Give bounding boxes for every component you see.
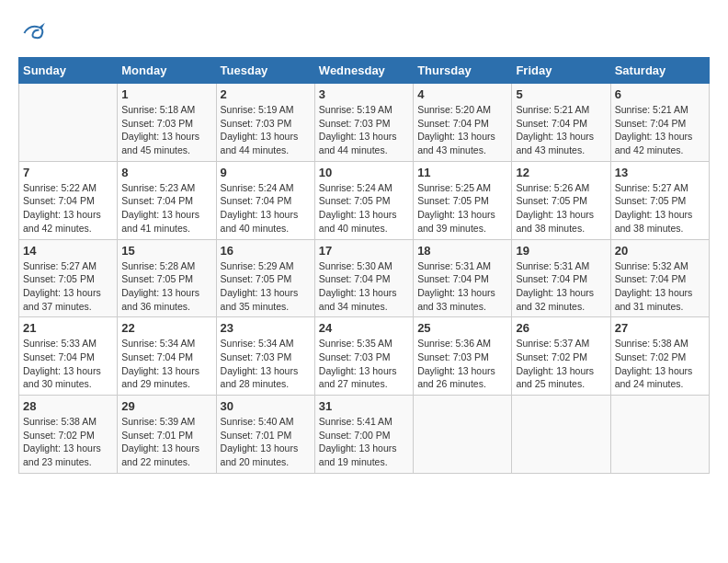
calendar-cell: 10Sunrise: 5:24 AM Sunset: 7:05 PM Dayli… bbox=[314, 161, 413, 239]
calendar-cell: 5Sunrise: 5:21 AM Sunset: 7:04 PM Daylig… bbox=[512, 84, 610, 162]
day-number: 5 bbox=[516, 87, 606, 101]
calendar-week-row: 28Sunrise: 5:38 AM Sunset: 7:02 PM Dayli… bbox=[19, 396, 710, 474]
calendar-cell: 8Sunrise: 5:23 AM Sunset: 7:04 PM Daylig… bbox=[118, 161, 216, 239]
weekday-header-monday: Monday bbox=[118, 58, 216, 84]
calendar-cell: 25Sunrise: 5:36 AM Sunset: 7:03 PM Dayli… bbox=[414, 317, 512, 396]
calendar-cell: 15Sunrise: 5:28 AM Sunset: 7:05 PM Dayli… bbox=[118, 239, 216, 317]
day-info: Sunrise: 5:18 AM Sunset: 7:03 PM Dayligh… bbox=[121, 103, 211, 157]
day-number: 1 bbox=[121, 87, 211, 101]
calendar-cell: 3Sunrise: 5:19 AM Sunset: 7:03 PM Daylig… bbox=[314, 84, 413, 162]
weekday-header-friday: Friday bbox=[512, 58, 610, 84]
calendar-cell: 2Sunrise: 5:19 AM Sunset: 7:03 PM Daylig… bbox=[216, 84, 314, 162]
day-number: 27 bbox=[615, 321, 705, 335]
day-number: 24 bbox=[319, 321, 409, 335]
calendar-cell: 6Sunrise: 5:21 AM Sunset: 7:04 PM Daylig… bbox=[610, 84, 709, 162]
day-info: Sunrise: 5:37 AM Sunset: 7:02 PM Dayligh… bbox=[516, 337, 606, 391]
calendar-body: 1Sunrise: 5:18 AM Sunset: 7:03 PM Daylig… bbox=[19, 84, 710, 474]
day-info: Sunrise: 5:19 AM Sunset: 7:03 PM Dayligh… bbox=[319, 103, 409, 157]
calendar-cell: 16Sunrise: 5:29 AM Sunset: 7:05 PM Dayli… bbox=[216, 239, 314, 317]
day-number: 10 bbox=[319, 166, 409, 179]
day-number: 28 bbox=[23, 399, 113, 413]
day-number: 29 bbox=[121, 399, 211, 413]
calendar-week-row: 21Sunrise: 5:33 AM Sunset: 7:04 PM Dayli… bbox=[19, 317, 710, 396]
calendar-cell: 9Sunrise: 5:24 AM Sunset: 7:04 PM Daylig… bbox=[216, 161, 314, 239]
calendar-cell: 29Sunrise: 5:39 AM Sunset: 7:01 PM Dayli… bbox=[118, 396, 216, 474]
calendar-cell: 23Sunrise: 5:34 AM Sunset: 7:03 PM Dayli… bbox=[216, 317, 314, 396]
logo-icon bbox=[18, 18, 48, 48]
day-info: Sunrise: 5:22 AM Sunset: 7:04 PM Dayligh… bbox=[23, 181, 113, 236]
day-info: Sunrise: 5:31 AM Sunset: 7:04 PM Dayligh… bbox=[417, 259, 507, 314]
day-info: Sunrise: 5:21 AM Sunset: 7:04 PM Dayligh… bbox=[615, 103, 705, 157]
day-info: Sunrise: 5:41 AM Sunset: 7:00 PM Dayligh… bbox=[319, 415, 409, 469]
day-info: Sunrise: 5:38 AM Sunset: 7:02 PM Dayligh… bbox=[615, 337, 705, 391]
weekday-header-wednesday: Wednesday bbox=[314, 58, 413, 84]
day-number: 18 bbox=[417, 244, 507, 258]
day-info: Sunrise: 5:36 AM Sunset: 7:03 PM Dayligh… bbox=[417, 337, 507, 391]
weekday-header-saturday: Saturday bbox=[610, 58, 709, 84]
day-number: 15 bbox=[121, 244, 211, 258]
calendar-week-row: 7Sunrise: 5:22 AM Sunset: 7:04 PM Daylig… bbox=[19, 161, 710, 239]
calendar-cell: 24Sunrise: 5:35 AM Sunset: 7:03 PM Dayli… bbox=[314, 317, 413, 396]
day-info: Sunrise: 5:24 AM Sunset: 7:05 PM Dayligh… bbox=[319, 181, 409, 236]
calendar-cell bbox=[414, 396, 512, 474]
weekday-header-sunday: Sunday bbox=[19, 58, 118, 84]
calendar-cell: 1Sunrise: 5:18 AM Sunset: 7:03 PM Daylig… bbox=[118, 84, 216, 162]
day-number: 19 bbox=[516, 244, 606, 258]
day-info: Sunrise: 5:20 AM Sunset: 7:04 PM Dayligh… bbox=[417, 103, 507, 157]
calendar-cell: 21Sunrise: 5:33 AM Sunset: 7:04 PM Dayli… bbox=[19, 317, 118, 396]
day-number: 2 bbox=[221, 87, 311, 101]
day-number: 9 bbox=[221, 166, 311, 179]
calendar-cell: 7Sunrise: 5:22 AM Sunset: 7:04 PM Daylig… bbox=[19, 161, 118, 239]
calendar-cell: 17Sunrise: 5:30 AM Sunset: 7:04 PM Dayli… bbox=[314, 239, 413, 317]
day-number: 23 bbox=[221, 321, 311, 335]
logo bbox=[18, 18, 51, 48]
day-number: 17 bbox=[319, 244, 409, 258]
calendar-cell bbox=[610, 396, 709, 474]
day-number: 25 bbox=[417, 321, 507, 335]
day-info: Sunrise: 5:27 AM Sunset: 7:05 PM Dayligh… bbox=[615, 181, 705, 236]
day-info: Sunrise: 5:34 AM Sunset: 7:04 PM Dayligh… bbox=[121, 337, 211, 391]
calendar-cell: 26Sunrise: 5:37 AM Sunset: 7:02 PM Dayli… bbox=[512, 317, 610, 396]
calendar-cell bbox=[19, 84, 118, 162]
day-number: 12 bbox=[516, 166, 606, 179]
calendar-cell: 4Sunrise: 5:20 AM Sunset: 7:04 PM Daylig… bbox=[414, 84, 512, 162]
day-info: Sunrise: 5:32 AM Sunset: 7:04 PM Dayligh… bbox=[615, 259, 705, 314]
day-info: Sunrise: 5:23 AM Sunset: 7:04 PM Dayligh… bbox=[121, 181, 211, 236]
day-info: Sunrise: 5:33 AM Sunset: 7:04 PM Dayligh… bbox=[23, 337, 113, 391]
day-info: Sunrise: 5:19 AM Sunset: 7:03 PM Dayligh… bbox=[221, 103, 311, 157]
day-number: 7 bbox=[23, 166, 113, 179]
calendar-cell: 14Sunrise: 5:27 AM Sunset: 7:05 PM Dayli… bbox=[19, 239, 118, 317]
day-info: Sunrise: 5:26 AM Sunset: 7:05 PM Dayligh… bbox=[516, 181, 606, 236]
day-info: Sunrise: 5:38 AM Sunset: 7:02 PM Dayligh… bbox=[23, 415, 113, 469]
day-info: Sunrise: 5:29 AM Sunset: 7:05 PM Dayligh… bbox=[221, 259, 311, 314]
day-number: 30 bbox=[221, 399, 311, 413]
day-number: 14 bbox=[23, 244, 113, 258]
day-info: Sunrise: 5:27 AM Sunset: 7:05 PM Dayligh… bbox=[23, 259, 113, 314]
day-number: 26 bbox=[516, 321, 606, 335]
calendar-cell: 13Sunrise: 5:27 AM Sunset: 7:05 PM Dayli… bbox=[610, 161, 709, 239]
calendar-header-row: SundayMondayTuesdayWednesdayThursdayFrid… bbox=[19, 58, 710, 84]
day-number: 31 bbox=[319, 399, 409, 413]
calendar-cell: 28Sunrise: 5:38 AM Sunset: 7:02 PM Dayli… bbox=[19, 396, 118, 474]
day-number: 3 bbox=[319, 87, 409, 101]
calendar-cell bbox=[512, 396, 610, 474]
day-info: Sunrise: 5:39 AM Sunset: 7:01 PM Dayligh… bbox=[121, 415, 211, 469]
day-info: Sunrise: 5:25 AM Sunset: 7:05 PM Dayligh… bbox=[417, 181, 507, 236]
day-number: 22 bbox=[121, 321, 211, 335]
day-number: 11 bbox=[417, 166, 507, 179]
calendar-week-row: 1Sunrise: 5:18 AM Sunset: 7:03 PM Daylig… bbox=[19, 84, 710, 162]
weekday-header-tuesday: Tuesday bbox=[216, 58, 314, 84]
calendar-table: SundayMondayTuesdayWednesdayThursdayFrid… bbox=[18, 57, 710, 474]
calendar-cell: 18Sunrise: 5:31 AM Sunset: 7:04 PM Dayli… bbox=[414, 239, 512, 317]
calendar-cell: 19Sunrise: 5:31 AM Sunset: 7:04 PM Dayli… bbox=[512, 239, 610, 317]
day-info: Sunrise: 5:24 AM Sunset: 7:04 PM Dayligh… bbox=[221, 181, 311, 236]
day-info: Sunrise: 5:34 AM Sunset: 7:03 PM Dayligh… bbox=[221, 337, 311, 391]
calendar-cell: 31Sunrise: 5:41 AM Sunset: 7:00 PM Dayli… bbox=[314, 396, 413, 474]
calendar-cell: 12Sunrise: 5:26 AM Sunset: 7:05 PM Dayli… bbox=[512, 161, 610, 239]
day-number: 8 bbox=[121, 166, 211, 179]
day-number: 13 bbox=[615, 166, 705, 179]
day-number: 20 bbox=[615, 244, 705, 258]
weekday-header-thursday: Thursday bbox=[414, 58, 512, 84]
calendar-week-row: 14Sunrise: 5:27 AM Sunset: 7:05 PM Dayli… bbox=[19, 239, 710, 317]
day-info: Sunrise: 5:31 AM Sunset: 7:04 PM Dayligh… bbox=[516, 259, 606, 314]
